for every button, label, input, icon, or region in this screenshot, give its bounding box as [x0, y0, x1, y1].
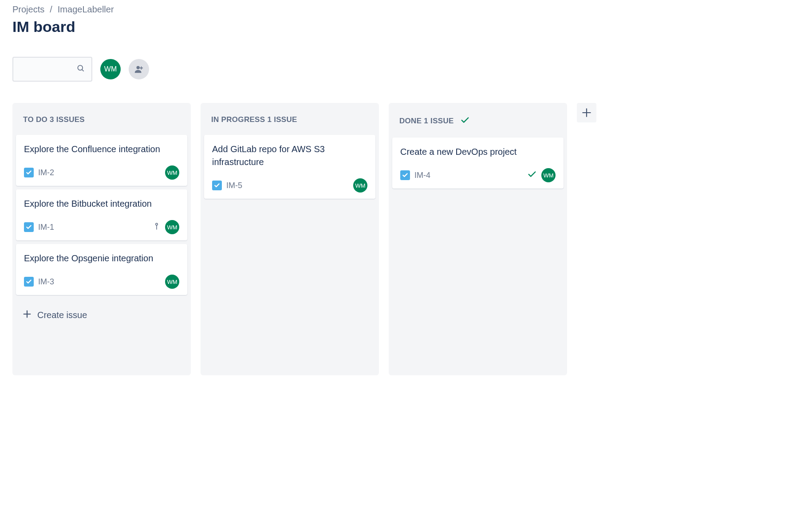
add-column-button[interactable] — [577, 103, 596, 122]
column-header: DONE 1 ISSUE — [392, 106, 564, 138]
search-input[interactable] — [20, 65, 76, 73]
svg-point-0 — [78, 65, 83, 70]
svg-point-2 — [137, 66, 140, 69]
assignee-avatar[interactable]: WM — [165, 275, 179, 289]
task-type-icon — [212, 181, 222, 190]
card-footer: IM-5WM — [212, 178, 367, 193]
column-title: IN PROGRESS 1 ISSUE — [211, 115, 297, 124]
issue-key[interactable]: IM-5 — [226, 181, 242, 190]
issue-card[interactable]: Explore the Opsgenie integrationIM-3WM — [16, 244, 187, 295]
check-icon — [460, 115, 470, 127]
svg-line-1 — [82, 70, 84, 71]
column-inprogress: IN PROGRESS 1 ISSUEAdd GitLab repo for A… — [201, 103, 379, 375]
create-issue-label: Create issue — [37, 310, 87, 320]
issue-card[interactable]: Create a new DevOps projectIM-4WM — [392, 138, 564, 189]
task-type-icon — [24, 168, 34, 177]
user-avatar[interactable]: WM — [100, 59, 121, 79]
assignee-avatar[interactable]: WM — [353, 178, 367, 193]
issue-key[interactable]: IM-3 — [38, 277, 54, 287]
card-title: Explore the Confluence integration — [24, 143, 179, 156]
assignee-avatar[interactable]: WM — [541, 168, 556, 182]
svg-point-5 — [156, 223, 158, 225]
search-box[interactable] — [12, 57, 92, 82]
card-footer: IM-2WM — [24, 165, 179, 180]
column-header: TO DO 3 ISSUES — [16, 106, 187, 135]
issue-card[interactable]: Explore the Bitbucket integrationIM-1WM — [16, 189, 187, 240]
column-todo: TO DO 3 ISSUESExplore the Confluence int… — [12, 103, 191, 375]
card-title: Create a new DevOps project — [400, 146, 556, 158]
card-footer: IM-3WM — [24, 275, 179, 289]
filter-row: WM — [12, 57, 800, 82]
priority-icon — [153, 222, 161, 232]
column-title: DONE 1 ISSUE — [399, 117, 454, 126]
card-footer: IM-4WM — [400, 168, 556, 182]
task-type-icon — [24, 222, 34, 232]
card-title: Explore the Bitbucket integration — [24, 197, 179, 210]
task-type-icon — [400, 170, 410, 180]
breadcrumb-projects-link[interactable]: Projects — [12, 4, 44, 15]
breadcrumb-project-link[interactable]: ImageLabeller — [58, 4, 114, 15]
breadcrumb: Projects / ImageLabeller — [12, 4, 800, 15]
issue-card[interactable]: Add GitLab repo for AWS S3 infrastructur… — [204, 135, 375, 199]
create-issue-button[interactable]: Create issue — [16, 302, 187, 328]
breadcrumb-separator: / — [50, 4, 52, 15]
assignee-avatar[interactable]: WM — [165, 165, 179, 180]
column-title: TO DO 3 ISSUES — [23, 115, 85, 124]
card-title: Explore the Opsgenie integration — [24, 252, 179, 265]
issue-key[interactable]: IM-4 — [414, 171, 430, 180]
issue-card[interactable]: Explore the Confluence integrationIM-2WM — [16, 135, 187, 186]
issue-key[interactable]: IM-2 — [38, 168, 54, 177]
check-icon — [527, 169, 537, 181]
card-footer: IM-1WM — [24, 220, 179, 234]
svg-rect-4 — [140, 67, 143, 68]
task-type-icon — [24, 277, 34, 287]
kanban-board: TO DO 3 ISSUESExplore the Confluence int… — [12, 103, 800, 375]
add-people-button[interactable] — [129, 59, 149, 79]
assignee-avatar[interactable]: WM — [165, 220, 179, 234]
plus-icon — [22, 309, 32, 321]
page-title: IM board — [12, 18, 800, 35]
column-done: DONE 1 ISSUECreate a new DevOps projectI… — [389, 103, 567, 375]
card-title: Add GitLab repo for AWS S3 infrastructur… — [212, 143, 367, 169]
column-header: IN PROGRESS 1 ISSUE — [204, 106, 375, 135]
search-icon — [76, 64, 85, 75]
issue-key[interactable]: IM-1 — [38, 223, 54, 232]
